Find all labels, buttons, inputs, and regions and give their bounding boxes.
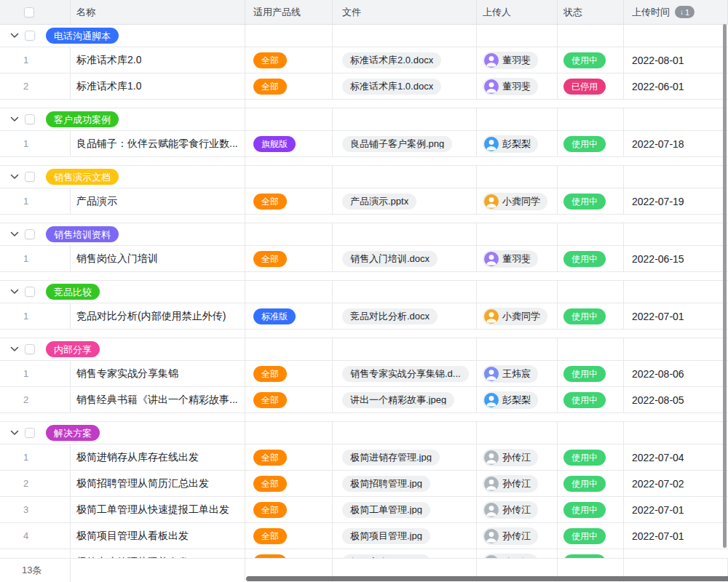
product-line-tag[interactable]: 全部 bbox=[253, 366, 287, 382]
status-badge[interactable]: 使用中 bbox=[563, 528, 606, 544]
status-badge[interactable]: 已停用 bbox=[563, 79, 606, 95]
product-line-tag[interactable]: 全部 bbox=[253, 251, 287, 267]
table-row[interactable]: 1 良品铺子：伙伴云赋能零食行业数... 旗舰版 良品铺子客户案例.png 彭梨… bbox=[0, 131, 728, 157]
status-badge[interactable]: 使用中 bbox=[563, 251, 606, 267]
file-attachment[interactable]: 极简进销存管理.jpg bbox=[342, 450, 440, 466]
file-attachment[interactable]: 销售专家实战分享集锦.d... bbox=[342, 366, 469, 382]
product-line-tag[interactable]: 旗舰版 bbox=[253, 136, 296, 152]
chevron-down-icon[interactable] bbox=[9, 31, 20, 41]
group-checkbox[interactable] bbox=[25, 428, 35, 438]
group-name-badge[interactable]: 竞品比较 bbox=[46, 284, 100, 300]
product-line-tag[interactable]: 全部 bbox=[253, 392, 287, 408]
table-row[interactable]: 4 极简项目管理从看板出发 全部 极简项目管理.jpg 孙传江 使用中 2022… bbox=[0, 523, 728, 549]
product-line-tag[interactable]: 全部 bbox=[253, 528, 287, 544]
uploader-chip[interactable]: 孙传江 bbox=[483, 449, 538, 466]
column-header-status[interactable]: 状态 bbox=[558, 0, 624, 24]
group-name-badge[interactable]: 销售培训资料 bbox=[46, 226, 119, 242]
group-name-badge[interactable]: 电话沟通脚本 bbox=[46, 28, 119, 44]
uploader-chip[interactable]: 孙传江 bbox=[483, 501, 538, 519]
status-badge[interactable]: 使用中 bbox=[563, 502, 606, 518]
record-name[interactable]: 良品铺子：伙伴云赋能零食行业数... bbox=[76, 137, 238, 151]
table-row[interactable]: 2 极简招聘管理从简历汇总出发 全部 极简招聘管理.jpg 孙传江 使用中 20… bbox=[0, 471, 728, 497]
product-line-tag[interactable]: 全部 bbox=[253, 450, 287, 466]
group-checkbox[interactable] bbox=[25, 287, 35, 297]
group-header-row[interactable]: 销售培训资料 bbox=[0, 223, 728, 246]
table-row[interactable]: 1 竞品对比分析(内部使用禁止外传) 标准版 竞品对比分析.docx 小龚同学 … bbox=[0, 303, 728, 330]
group-header-row[interactable]: 竞品比较 bbox=[0, 281, 728, 303]
vertical-scrollbar[interactable] bbox=[723, 24, 727, 548]
status-badge[interactable]: 使用中 bbox=[563, 476, 606, 492]
record-name[interactable]: 极简项目管理从看板出发 bbox=[76, 530, 189, 543]
file-attachment[interactable]: 良品铺子客户案例.png bbox=[342, 136, 452, 152]
group-checkbox[interactable] bbox=[25, 114, 35, 124]
file-attachment[interactable]: 讲出一个精彩故事.jpeg bbox=[342, 392, 454, 408]
table-row[interactable]: 5 极简客户管理从跟单出发 全部 极简客户管理.jpg 孙传江 使用中 2022… bbox=[0, 549, 728, 558]
status-badge[interactable]: 使用中 bbox=[563, 450, 606, 466]
record-name[interactable]: 销售专家实战分享集锦 bbox=[76, 367, 178, 380]
table-row[interactable]: 1 销售专家实战分享集锦 全部 销售专家实战分享集锦.d... 王炜宸 使用中 … bbox=[0, 361, 728, 387]
record-name[interactable]: 极简招聘管理从简历汇总出发 bbox=[76, 477, 209, 490]
uploader-chip[interactable]: 董羽斐 bbox=[483, 52, 538, 69]
status-badge[interactable]: 使用中 bbox=[563, 366, 606, 382]
chevron-down-icon[interactable] bbox=[9, 344, 20, 354]
record-name[interactable]: 竞品对比分析(内部使用禁止外传) bbox=[76, 310, 226, 323]
group-header-row[interactable]: 客户成功案例 bbox=[0, 108, 728, 131]
product-line-tag[interactable]: 全部 bbox=[253, 194, 287, 210]
group-header-row[interactable]: 解决方案 bbox=[0, 422, 728, 445]
file-attachment[interactable]: 销售入门培训.docx bbox=[342, 251, 438, 267]
product-line-tag[interactable]: 标准版 bbox=[253, 308, 296, 324]
record-name[interactable]: 极简工单管理从快速提报工单出发 bbox=[76, 503, 229, 517]
column-header-upload-time[interactable]: 上传时间 ↓ 1 bbox=[624, 0, 728, 24]
file-attachment[interactable]: 极简招聘管理.jpg bbox=[342, 476, 430, 492]
table-row[interactable]: 1 极简进销存从库存在线出发 全部 极简进销存管理.jpg 孙传江 使用中 20… bbox=[0, 445, 728, 471]
uploader-chip[interactable]: 小龚同学 bbox=[483, 308, 547, 325]
status-badge[interactable]: 使用中 bbox=[563, 136, 606, 152]
table-row[interactable]: 1 产品演示 全部 产品演示.pptx 小龚同学 使用中 2022-07-19 bbox=[0, 188, 728, 215]
group-name-badge[interactable]: 客户成功案例 bbox=[46, 111, 119, 127]
uploader-chip[interactable]: 孙传江 bbox=[483, 475, 538, 493]
horizontal-scrollbar[interactable] bbox=[246, 576, 728, 581]
group-name-badge[interactable]: 内部分享 bbox=[46, 341, 100, 357]
uploader-chip[interactable]: 董羽斐 bbox=[483, 78, 538, 95]
uploader-chip[interactable]: 王炜宸 bbox=[483, 365, 538, 383]
uploader-chip[interactable]: 彭梨梨 bbox=[483, 135, 538, 153]
table-row[interactable]: 1 销售岗位入门培训 全部 销售入门培训.docx 董羽斐 使用中 2022-0… bbox=[0, 246, 728, 272]
column-header-name[interactable]: 名称 bbox=[71, 0, 245, 24]
record-name[interactable]: 标准话术库2.0 bbox=[76, 54, 141, 67]
product-line-tag[interactable]: 全部 bbox=[253, 79, 287, 95]
column-header-uploader[interactable]: 上传人 bbox=[477, 0, 558, 24]
uploader-chip[interactable]: 彭梨梨 bbox=[483, 391, 538, 409]
status-badge[interactable]: 使用中 bbox=[563, 308, 606, 324]
status-badge[interactable]: 使用中 bbox=[563, 52, 606, 68]
status-badge[interactable]: 使用中 bbox=[563, 392, 606, 408]
record-name[interactable]: 标准话术库1.0 bbox=[76, 80, 141, 93]
sort-indicator[interactable]: ↓ 1 bbox=[675, 6, 695, 18]
record-name[interactable]: 销售岗位入门培训 bbox=[76, 252, 158, 266]
group-checkbox[interactable] bbox=[25, 172, 35, 182]
chevron-down-icon[interactable] bbox=[9, 229, 20, 239]
uploader-chip[interactable]: 小龚同学 bbox=[483, 193, 547, 210]
group-header-row[interactable]: 内部分享 bbox=[0, 338, 728, 361]
table-row[interactable]: 2 销售经典书籍《讲出一个精彩故事... 全部 讲出一个精彩故事.jpeg 彭梨… bbox=[0, 387, 728, 413]
group-name-badge[interactable]: 销售演示文档 bbox=[46, 169, 119, 185]
table-row[interactable]: 2 标准话术库1.0 全部 标准话术库1.0.docx 董羽斐 已停用 2022… bbox=[0, 73, 728, 100]
select-all-checkbox[interactable] bbox=[24, 7, 34, 17]
group-header-row[interactable]: 销售演示文档 bbox=[0, 166, 728, 188]
product-line-tag[interactable]: 全部 bbox=[253, 476, 287, 492]
table-row[interactable]: 1 标准话术库2.0 全部 标准话术库2.0.docx 董羽斐 使用中 2022… bbox=[0, 47, 728, 73]
group-checkbox[interactable] bbox=[25, 31, 35, 41]
record-name[interactable]: 产品演示 bbox=[76, 195, 117, 208]
file-attachment[interactable]: 竞品对比分析.docx bbox=[342, 308, 438, 324]
record-name[interactable]: 极简进销存从库存在线出发 bbox=[76, 451, 199, 464]
chevron-down-icon[interactable] bbox=[9, 172, 20, 182]
product-line-tag[interactable]: 全部 bbox=[253, 502, 287, 518]
uploader-chip[interactable]: 董羽斐 bbox=[483, 250, 538, 268]
record-name[interactable]: 销售经典书籍《讲出一个精彩故事... bbox=[76, 394, 238, 407]
column-header-product-line[interactable]: 适用产品线 bbox=[245, 0, 333, 24]
file-attachment[interactable]: 极简项目管理.jpg bbox=[342, 528, 430, 544]
uploader-chip[interactable]: 孙传江 bbox=[483, 527, 538, 545]
status-badge[interactable]: 使用中 bbox=[563, 194, 606, 210]
file-attachment[interactable]: 极简工单管理.jpg bbox=[342, 502, 430, 518]
file-attachment[interactable]: 产品演示.pptx bbox=[342, 194, 416, 210]
column-header-file[interactable]: 文件 bbox=[333, 0, 477, 24]
